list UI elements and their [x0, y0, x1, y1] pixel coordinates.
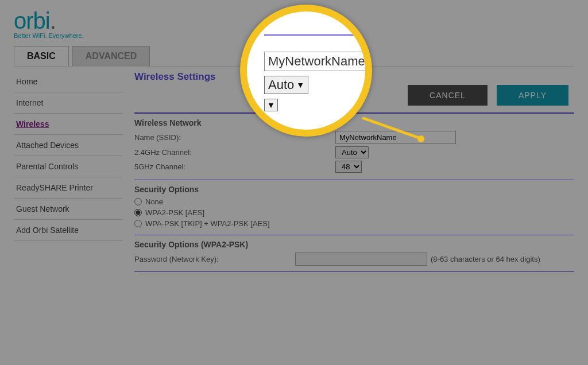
- router-admin-page: orbi. Better WiFi. Everywhere. BASIC ADV…: [0, 0, 588, 365]
- brand-block: orbi. Better WiFi. Everywhere.: [14, 10, 574, 39]
- sidebar-item-internet[interactable]: Internet: [14, 92, 123, 114]
- section-security-wpa2: Security Options (WPA2-PSK) Password (Ne…: [134, 235, 574, 266]
- password-hint: (8-63 characters or 64 hex digits): [431, 255, 540, 263]
- section-wireless-network: Wireless Network Name (SSID): 2.4GHz Cha…: [134, 112, 574, 173]
- brand-logo: orbi.: [14, 10, 574, 31]
- action-buttons: CANCEL APPLY: [408, 85, 568, 106]
- channel-5-select[interactable]: 48: [335, 161, 362, 173]
- sidebar-item-readyshare-printer[interactable]: ReadySHARE Printer: [14, 177, 123, 199]
- content-area: Wireless Settings CANCEL APPLY Wireless …: [134, 67, 574, 358]
- section-title-wireless-network: Wireless Network: [134, 118, 574, 127]
- channel-5-label: 5GHz Channel:: [134, 162, 335, 171]
- security-option-wpa2[interactable]: WPA2-PSK [AES]: [134, 208, 574, 217]
- security-option-mixed[interactable]: WPA-PSK [TKIP] + WPA2-PSK [AES]: [134, 219, 574, 228]
- brand-tagline: Better WiFi. Everywhere.: [14, 32, 574, 39]
- apply-button[interactable]: APPLY: [497, 85, 568, 106]
- password-input[interactable]: [295, 253, 427, 266]
- top-tabs: BASIC ADVANCED: [14, 46, 574, 67]
- channel-24-label: 2.4GHz Channel:: [134, 148, 335, 157]
- sidebar-item-wireless[interactable]: Wireless: [14, 114, 123, 135]
- sidebar: Home Internet Wireless Attached Devices …: [14, 67, 123, 358]
- password-label: Password (Network Key):: [134, 255, 295, 263]
- tab-basic[interactable]: BASIC: [14, 46, 69, 67]
- security-option-none[interactable]: None: [134, 197, 574, 206]
- channel-24-select[interactable]: Auto: [335, 146, 369, 158]
- ssid-label: Name (SSID):: [134, 133, 335, 142]
- cancel-button[interactable]: CANCEL: [408, 85, 488, 106]
- sidebar-item-attached-devices[interactable]: Attached Devices: [14, 135, 123, 156]
- page-title: Wireless Settings: [134, 71, 216, 83]
- section-security-options: Security Options None WPA2-PSK [AES] WPA…: [134, 180, 574, 228]
- tab-advanced[interactable]: ADVANCED: [72, 46, 150, 67]
- section-title-security-options: Security Options: [134, 185, 574, 194]
- sidebar-item-parental-controls[interactable]: Parental Controls: [14, 156, 123, 177]
- sidebar-item-home[interactable]: Home: [14, 71, 123, 92]
- sidebar-item-add-orbi-satellite[interactable]: Add Orbi Satellite: [14, 220, 123, 241]
- sidebar-item-guest-network[interactable]: Guest Network: [14, 199, 123, 220]
- ssid-input[interactable]: [335, 131, 456, 144]
- section-title-security-wpa2: Security Options (WPA2-PSK): [134, 240, 574, 249]
